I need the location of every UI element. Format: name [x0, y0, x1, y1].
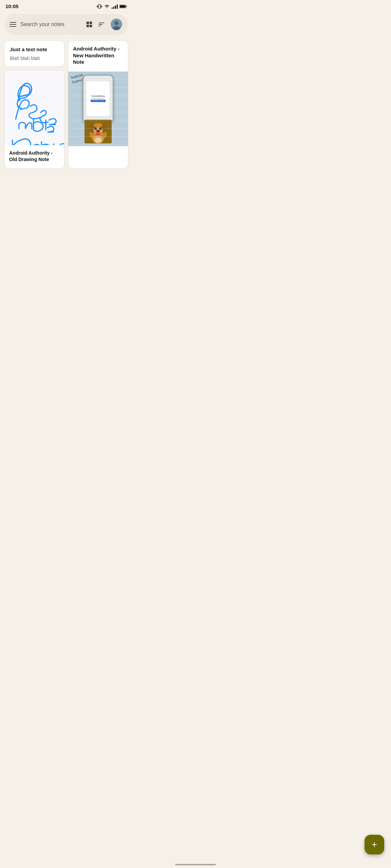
- signal-icon: [112, 4, 118, 9]
- hamburger-menu[interactable]: [10, 22, 16, 27]
- battery-icon: [119, 4, 127, 8]
- phone-screen-app-title: AssembleDebug: [91, 95, 105, 97]
- drawing-canvas: [4, 71, 64, 145]
- handwritten-note-header: Android Authority - New Handwritten Note: [68, 41, 128, 72]
- phone-screen-button: ASSEMBLE DEBUG: [91, 100, 106, 102]
- sort-icon[interactable]: [98, 21, 105, 28]
- handwritten-note-title: Android Authority - New Handwritten Note: [73, 45, 123, 65]
- drawing-note-card[interactable]: Android Authority - Old Drawing Note: [4, 70, 64, 169]
- svg-point-19: [95, 137, 101, 143]
- text-note-body: Blah blah blah: [10, 56, 59, 61]
- dog-svg: [85, 120, 112, 143]
- phone-screen-text: Welcome to Android notes: [92, 98, 104, 99]
- svg-rect-1: [126, 5, 127, 7]
- svg-point-15: [100, 128, 101, 129]
- handwritten-note-preview: AndroidAuthorit... AssembleDebug Welcome…: [68, 72, 128, 146]
- text-note-title: Just a text note: [10, 46, 59, 53]
- svg-point-9: [88, 123, 96, 134]
- svg-rect-6: [85, 120, 112, 143]
- svg-point-12: [95, 127, 97, 130]
- svg-point-8: [91, 123, 105, 135]
- handwriting-text: AndroidAuthorit...: [70, 72, 87, 85]
- search-bar[interactable]: Search your notes: [5, 14, 128, 35]
- svg-point-16: [96, 130, 100, 132]
- grid-view-icon[interactable]: [86, 21, 93, 28]
- status-time: 10:05: [5, 3, 18, 9]
- drawing-note-title: Android Authority - Old Drawing Note: [4, 145, 64, 169]
- user-avatar[interactable]: [110, 18, 123, 31]
- dog-image: [85, 120, 112, 143]
- search-icons: [86, 18, 123, 31]
- svg-point-7: [90, 127, 107, 141]
- handwritten-note-card[interactable]: Android Authority - New Handwritten Note…: [68, 40, 128, 169]
- drawing-svg: [4, 71, 64, 145]
- svg-point-13: [99, 127, 102, 130]
- svg-point-11: [93, 127, 103, 134]
- wifi-icon: [104, 4, 110, 9]
- status-bar: 10:05: [0, 0, 132, 11]
- phone-mockup: AssembleDebug Welcome to Android notes A…: [83, 75, 113, 122]
- svg-rect-2: [120, 5, 125, 7]
- svg-point-17: [96, 131, 100, 137]
- notes-grid: Just a text note Blah blah blah Android …: [0, 40, 132, 169]
- phone-screen: AssembleDebug Welcome to Android notes A…: [87, 81, 110, 116]
- status-icons: [97, 4, 127, 9]
- svg-point-14: [96, 128, 96, 129]
- search-placeholder[interactable]: Search your notes: [20, 21, 81, 27]
- vibrate-icon: [97, 4, 102, 9]
- lined-background: AndroidAuthorit... AssembleDebug Welcome…: [68, 72, 128, 146]
- svg-point-10: [100, 123, 109, 134]
- svg-point-18: [93, 135, 104, 143]
- text-note-card[interactable]: Just a text note Blah blah blah: [4, 40, 64, 67]
- svg-point-4: [114, 21, 118, 25]
